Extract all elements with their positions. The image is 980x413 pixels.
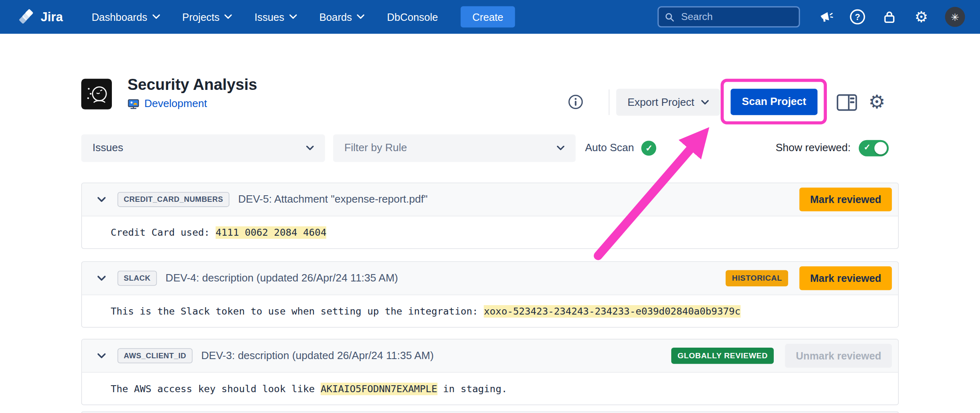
unmark-reviewed-button[interactable]: Unmark reviewed xyxy=(785,344,892,368)
project-avatar[interactable] xyxy=(81,79,112,109)
next-card-partial xyxy=(81,411,899,413)
jira-logo-text: Jira xyxy=(40,10,62,24)
finding-card-header: SLACK DEV-4: description (updated 26/Apr… xyxy=(82,262,898,295)
settings-gear-icon[interactable]: ⚙ xyxy=(865,89,889,114)
chevron-down-icon xyxy=(357,14,364,19)
finding-snippet: This is the Slack token to use when sett… xyxy=(82,295,898,328)
secret-highlight: AKIAIO5FODNN7EXAMPLE xyxy=(321,383,437,395)
show-reviewed-label: Show reviewed: xyxy=(775,142,851,154)
nav-item-boards[interactable]: Boards xyxy=(319,11,365,23)
project-category-icon xyxy=(127,98,139,109)
scan-project-button[interactable]: Scan Project xyxy=(731,89,817,115)
toggle-knob xyxy=(874,142,887,154)
collapse-chevron-icon[interactable] xyxy=(94,196,109,202)
nav-item-issues[interactable]: Issues xyxy=(254,11,297,23)
collapse-chevron-icon[interactable] xyxy=(94,353,109,359)
mark-reviewed-button[interactable]: Mark reviewed xyxy=(800,188,892,211)
svg-text:?: ? xyxy=(855,12,860,22)
finding-card-header: CREDIT_CARD_NUMBERS DEV-5: Attachment "e… xyxy=(82,183,898,216)
rule-badge: AWS_CLIENT_ID xyxy=(118,348,193,364)
auto-scan-status: Auto Scan ✓ xyxy=(585,134,657,162)
search-input[interactable] xyxy=(680,11,793,23)
finding-title: DEV-3: description (updated 26/Apr/24 11… xyxy=(201,350,663,362)
page: Jira Dashboards Projects Issues Boards D… xyxy=(0,0,980,413)
secret-highlight: 4111 0062 2084 4604 xyxy=(216,226,326,239)
finding-card: AWS_CLIENT_ID DEV-3: description (update… xyxy=(81,339,899,405)
finding-title: DEV-5: Attachment "expense-report.pdf" xyxy=(238,193,791,206)
chevron-down-icon xyxy=(225,14,232,19)
mark-reviewed-button[interactable]: Mark reviewed xyxy=(800,266,892,290)
finding-snippet: Credit Card used: 4111 0062 2084 4604 xyxy=(82,217,898,249)
rule-badge: SLACK xyxy=(118,271,157,286)
user-avatar[interactable]: ✳ xyxy=(945,7,965,27)
header-divider xyxy=(609,89,610,115)
show-reviewed-toggle[interactable]: ✓ xyxy=(859,140,889,156)
finding-card: SLACK DEV-4: description (updated 26/Apr… xyxy=(81,261,899,328)
gear-icon[interactable]: ⚙ xyxy=(913,9,929,25)
rule-badge: CREDIT_CARD_NUMBERS xyxy=(118,192,229,207)
chevron-down-icon xyxy=(557,146,564,151)
jira-logo[interactable]: Jira xyxy=(19,9,63,25)
scale-wrapper: Jira Dashboards Projects Issues Boards D… xyxy=(0,0,980,413)
globally-reviewed-badge: GLOBALLY REVIEWED xyxy=(671,348,774,364)
lock-icon[interactable] xyxy=(881,9,898,25)
detail-view-icon[interactable] xyxy=(836,93,858,112)
chevron-down-icon xyxy=(289,14,296,19)
show-reviewed-control: Show reviewed: ✓ xyxy=(775,134,889,162)
finding-card: CREDIT_CARD_NUMBERS DEV-5: Attachment "e… xyxy=(81,183,899,249)
info-icon[interactable] xyxy=(568,94,584,110)
chevron-down-icon xyxy=(152,14,160,19)
project-avatar-image xyxy=(83,81,109,107)
top-navbar: Jira Dashboards Projects Issues Boards D… xyxy=(0,0,980,34)
help-icon[interactable]: ? xyxy=(849,9,866,25)
jira-logo-icon xyxy=(19,9,35,25)
finding-snippet: The AWS access key should look like AKIA… xyxy=(82,373,898,405)
project-breadcrumb[interactable]: Development xyxy=(127,98,207,110)
nav-item-projects[interactable]: Projects xyxy=(182,11,232,23)
auto-scan-check-icon: ✓ xyxy=(641,141,657,156)
navbar-icon-cluster: ? ⚙ ✳ xyxy=(817,7,965,27)
chevron-down-icon xyxy=(701,100,708,105)
toggle-check-icon: ✓ xyxy=(864,143,871,152)
historical-badge: HISTORICAL xyxy=(726,270,788,286)
issues-type-select[interactable]: Issues xyxy=(81,134,325,162)
nav-item-dashboards[interactable]: Dashboards xyxy=(91,11,160,23)
collapse-chevron-icon[interactable] xyxy=(94,275,109,281)
avatar-pattern: ✳ xyxy=(951,11,960,23)
export-project-button[interactable]: Export Project xyxy=(616,89,720,116)
finding-title: DEV-4: description (updated 26/Apr/24 11… xyxy=(165,272,717,285)
chevron-down-icon xyxy=(306,146,314,151)
megaphone-icon[interactable] xyxy=(817,9,834,25)
filter-by-rule-select[interactable]: Filter by Rule xyxy=(333,134,576,162)
page-title: Security Analysis xyxy=(127,76,257,94)
search-box xyxy=(657,6,800,27)
project-link[interactable]: Development xyxy=(145,98,207,110)
secret-highlight: xoxo-523423-234243-234233-e039d02840a0b9… xyxy=(484,305,740,318)
nav-item-dbconsole[interactable]: DbConsole xyxy=(387,11,438,23)
create-button[interactable]: Create xyxy=(461,6,515,27)
search-icon xyxy=(665,11,674,22)
finding-card-header: AWS_CLIENT_ID DEV-3: description (update… xyxy=(82,339,898,373)
